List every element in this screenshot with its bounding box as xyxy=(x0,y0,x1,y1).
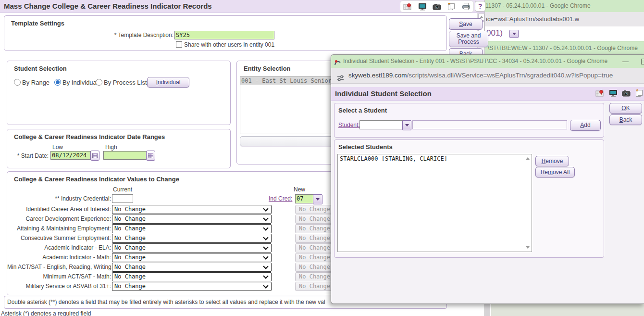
calendar-button-low[interactable] xyxy=(90,151,99,161)
radio-by-individual-label[interactable]: By Individual xyxy=(62,79,98,86)
student-name-input xyxy=(412,120,567,129)
popup-window: Individual Student Selection - Entity 00… xyxy=(331,54,644,304)
select-value: No Change xyxy=(114,206,146,213)
help-glyph: ? xyxy=(478,2,483,10)
print-icon[interactable] xyxy=(462,3,471,11)
current-value-select[interactable]: No Change xyxy=(112,234,272,243)
select-student-title: Select a Student xyxy=(338,107,387,114)
industry-credential-label: ** Industry Credential: xyxy=(7,195,111,202)
current-value-select[interactable]: No Change xyxy=(112,243,272,253)
select-value: No Change xyxy=(114,283,146,290)
template-description-label: * Template Description: xyxy=(76,32,173,38)
entity-dropdown-button[interactable] xyxy=(509,30,519,38)
background-url-fragment: ice=wsEAplusTrn/sstudtabs001.w xyxy=(486,12,579,26)
start-date-high-input[interactable] xyxy=(103,151,148,160)
current-value-select[interactable]: No Change xyxy=(112,282,272,291)
add-button[interactable]: Add xyxy=(570,120,601,131)
date-ranges-box: College & Career Readiness Indicator Dat… xyxy=(7,129,231,168)
ind-cred-dropdown-button[interactable] xyxy=(313,194,322,204)
radio-by-process-list-label[interactable]: By Process List xyxy=(104,79,147,86)
remove-button[interactable]: Remove xyxy=(535,156,569,166)
select-value: No Change xyxy=(114,235,146,241)
current-value-select[interactable]: No Change xyxy=(112,205,272,214)
low-header: Low xyxy=(52,144,63,151)
save-button[interactable]: Save xyxy=(449,18,483,30)
radio-by-range[interactable] xyxy=(14,79,21,86)
popup-back-button[interactable]: Back xyxy=(609,114,642,125)
field-label: Minimum ACT/SAT - Math: xyxy=(7,273,111,280)
individual-button[interactable]: Individual xyxy=(147,77,189,88)
camera-icon[interactable] xyxy=(622,89,631,99)
calendar-button-high[interactable] xyxy=(146,151,155,161)
camera-icon[interactable] xyxy=(433,3,441,11)
template-description-input[interactable]: SY25 xyxy=(174,31,274,39)
select-value: No Change xyxy=(114,225,146,232)
field-label: Academic Indicator - ELA: xyxy=(7,244,111,251)
student-list-item[interactable]: STARLCLA000 [STARLING, CLARICE] xyxy=(338,154,532,164)
save-and-process-button[interactable]: Save and Process xyxy=(449,31,488,47)
selected-students-listbox[interactable]: STARLCLA000 [STARLING, CLARICE] xyxy=(337,154,532,252)
copy-icon[interactable] xyxy=(635,89,644,99)
start-date-low-input[interactable]: 08/12/2024 xyxy=(50,151,92,160)
ind-cred-new-value: 07 xyxy=(297,195,303,202)
chevron-down-icon xyxy=(263,244,268,250)
chevron-down-icon xyxy=(263,225,268,230)
industry-credential-current-input[interactable] xyxy=(112,194,133,203)
radio-by-range-label[interactable]: By Range xyxy=(22,79,50,86)
remove-all-button[interactable]: Remove All xyxy=(535,167,575,177)
monitor-icon[interactable] xyxy=(418,3,427,11)
minimize-button[interactable]: — xyxy=(622,55,629,68)
ind-cred-new-input[interactable]: 07 xyxy=(295,194,315,203)
current-header: Current xyxy=(113,186,132,193)
icon-tray xyxy=(400,0,474,13)
entity-selection-title: Entity Selection xyxy=(244,65,291,72)
current-value-select[interactable]: No Change xyxy=(112,253,272,262)
date-ranges-title: College & Career Readiness Indicator Dat… xyxy=(14,133,165,140)
student-selection-box: Student Selection By Range By Individual… xyxy=(7,61,231,125)
maximize-button[interactable] xyxy=(641,59,644,64)
map-pin-icon[interactable] xyxy=(595,89,604,99)
new-header: New xyxy=(294,186,305,193)
chevron-down-icon xyxy=(263,206,268,211)
template-description-value: SY25 xyxy=(176,32,190,38)
template-settings-title: Template Settings xyxy=(11,20,64,27)
current-value-select[interactable]: No Change xyxy=(112,263,272,272)
popup-window-title: Individual Student Selection - Entity 00… xyxy=(343,55,607,68)
ind-cred-link[interactable]: Ind Cred: xyxy=(269,195,292,202)
ok-button[interactable]: OK xyxy=(609,103,642,114)
url-domain: skyweb.estl189.com xyxy=(348,72,407,79)
site-info-icon[interactable] xyxy=(337,72,344,88)
current-value-select[interactable]: No Change xyxy=(112,215,272,224)
current-value-select[interactable]: No Change xyxy=(112,224,272,233)
calendar-icon xyxy=(92,153,98,158)
field-label: Min ACT/SAT - English, Reading, Writing: xyxy=(7,264,111,270)
popup-url-bar[interactable]: skyweb.estl189.com/scripts/wsisa.dll/WSe… xyxy=(331,68,644,84)
field-label: Military Service or ASVAB of 31+: xyxy=(7,283,111,290)
chevron-down-icon xyxy=(263,254,268,259)
chevron-down-icon xyxy=(263,264,268,269)
student-dropdown-button[interactable] xyxy=(402,120,411,130)
background-window2-title: \ST\TB\EW\EW - 11307 - 05.24.10.00.01 - … xyxy=(488,41,638,55)
share-checkbox[interactable] xyxy=(176,41,182,48)
map-pin-icon[interactable] xyxy=(403,3,412,11)
select-value: No Change xyxy=(114,254,146,261)
student-key-input[interactable] xyxy=(359,120,403,129)
chevron-down-icon xyxy=(263,283,268,288)
radio-by-individual[interactable] xyxy=(54,79,61,86)
background-window-titlebar: 11307 - 05.24.10.00.01 - Google Chrome xyxy=(484,0,644,12)
entity-fragment-text: 001) xyxy=(486,28,503,38)
help-button[interactable]: ? xyxy=(475,1,485,12)
chevron-down-icon xyxy=(263,215,268,221)
scroll-up-icon[interactable] xyxy=(526,157,530,160)
student-link[interactable]: Student: xyxy=(338,122,360,128)
scroll-down-icon[interactable] xyxy=(526,246,530,249)
monitor-icon[interactable] xyxy=(609,89,618,99)
radio-by-process-list[interactable] xyxy=(96,79,102,86)
copy-icon[interactable] xyxy=(447,3,456,11)
high-header: High xyxy=(105,144,117,151)
background-window-title: 11307 - 05.24.10.00.01 - Google Chrome xyxy=(485,0,591,12)
popup-titlebar[interactable]: Individual Student Selection - Entity 00… xyxy=(331,55,644,68)
share-checkbox-label: Share with other users in entity 001 xyxy=(184,41,274,48)
popup-page-title: Individual Student Selection xyxy=(335,89,432,98)
current-value-select[interactable]: No Change xyxy=(112,272,272,281)
